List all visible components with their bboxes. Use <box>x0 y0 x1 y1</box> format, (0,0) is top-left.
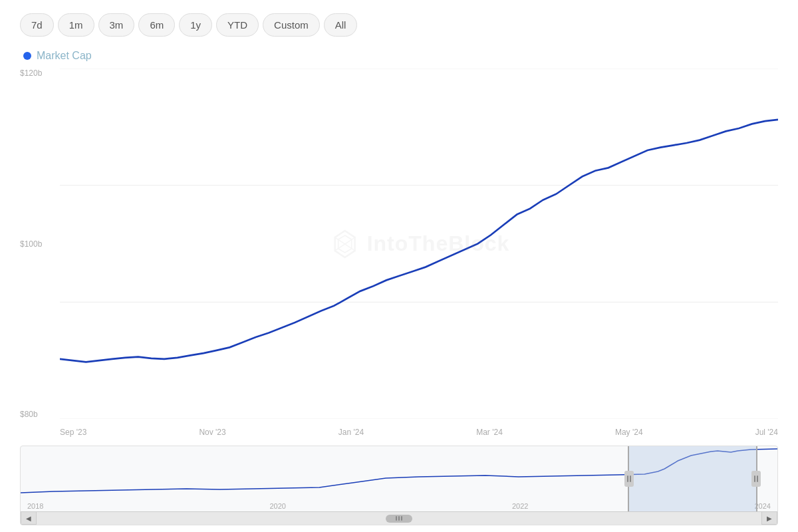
x-label-mar24: Mar '24 <box>476 428 503 437</box>
x-label-may24: May '24 <box>615 428 643 437</box>
navigator-scroll-bar[interactable] <box>37 511 761 525</box>
navigator-scroll-right[interactable]: ▶ <box>761 511 777 525</box>
main-chart: $120b $100b $80b IntoTheBlock <box>20 68 778 446</box>
x-label-nov23: Nov '23 <box>199 428 225 437</box>
btn-7d[interactable]: 7d <box>20 13 54 37</box>
x-label-jan24: Jan '24 <box>338 428 364 437</box>
navigator-handle-right[interactable] <box>751 471 761 487</box>
navigator-scroll-thumb[interactable] <box>386 515 412 523</box>
nav-x-label-2018: 2018 <box>27 502 43 510</box>
btn-all[interactable]: All <box>324 13 358 37</box>
main-chart-svg <box>60 68 778 419</box>
btn-1m[interactable]: 1m <box>58 13 94 37</box>
btn-6m[interactable]: 6m <box>138 13 175 37</box>
x-label-sep23: Sep '23 <box>60 428 86 437</box>
btn-custom[interactable]: Custom <box>263 13 320 37</box>
navigator[interactable]: 2018 2020 2022 2024 ◀ ▶ <box>20 446 778 525</box>
navigator-handle-left[interactable] <box>624 471 634 487</box>
chart-container: 7d 1m 3m 6m 1y YTD Custom All Market Cap… <box>0 0 798 532</box>
y-axis: $120b $100b $80b <box>20 68 60 419</box>
chart-wrapper: $120b $100b $80b IntoTheBlock <box>20 68 778 446</box>
navigator-scroll-left[interactable]: ◀ <box>21 511 37 525</box>
y-label-80b: $80b <box>20 410 60 419</box>
btn-3m[interactable]: 3m <box>98 13 135 37</box>
legend-label-market-cap: Market Cap <box>37 50 92 62</box>
y-label-120b: $120b <box>20 68 60 78</box>
legend-dot-market-cap <box>23 52 31 60</box>
navigator-selection[interactable] <box>628 446 757 511</box>
nav-x-label-2020: 2020 <box>270 502 286 510</box>
nav-x-label-2022: 2022 <box>512 502 528 510</box>
x-label-jul24: Jul '24 <box>755 428 778 437</box>
y-label-100b: $100b <box>20 239 60 249</box>
time-range-buttons: 7d 1m 3m 6m 1y YTD Custom All <box>20 13 778 37</box>
x-axis: Sep '23 Nov '23 Jan '24 Mar '24 May '24 … <box>60 419 778 446</box>
chart-legend: Market Cap <box>20 50 778 62</box>
chart-svg-container: IntoTheBlock <box>60 68 778 419</box>
btn-ytd[interactable]: YTD <box>216 13 259 37</box>
btn-1y[interactable]: 1y <box>179 13 212 37</box>
